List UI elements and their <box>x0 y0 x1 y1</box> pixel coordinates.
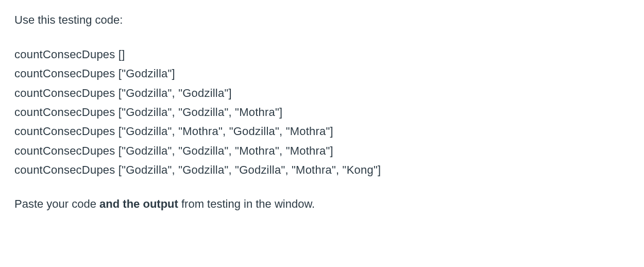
code-line: countConsecDupes ["Godzilla", "Godzilla"… <box>14 84 630 103</box>
closing-prefix: Paste your code <box>14 197 99 210</box>
closing-bold: and the output <box>99 197 178 210</box>
closing-suffix: from testing in the window. <box>178 197 315 210</box>
code-line: countConsecDupes ["Godzilla", "Godzilla"… <box>14 160 630 179</box>
code-block: countConsecDupes [] countConsecDupes ["G… <box>14 45 630 180</box>
code-line: countConsecDupes ["Godzilla", "Godzilla"… <box>14 141 630 160</box>
closing-text: Paste your code and the output from test… <box>14 196 630 212</box>
code-line: countConsecDupes ["Godzilla", "Godzilla"… <box>14 103 630 122</box>
code-line: countConsecDupes [] <box>14 45 630 64</box>
code-line: countConsecDupes ["Godzilla", "Mothra", … <box>14 122 630 141</box>
intro-text: Use this testing code: <box>14 12 630 28</box>
code-line: countConsecDupes ["Godzilla"] <box>14 64 630 83</box>
